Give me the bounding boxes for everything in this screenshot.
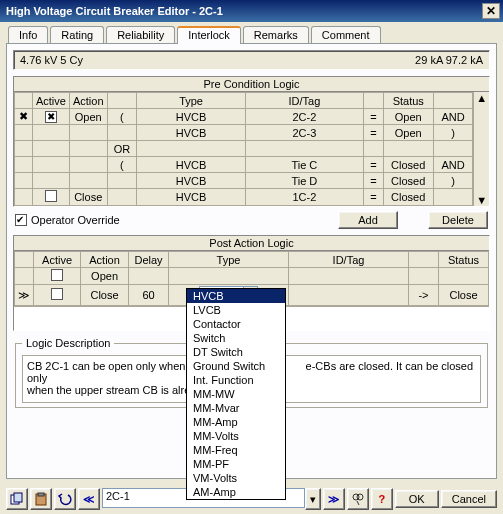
pre-grid-scrollbar[interactable]: ▲▼ <box>473 92 489 206</box>
undo-icon[interactable] <box>54 488 76 510</box>
operator-override-checkbox[interactable]: ✔ Operator Override <box>15 214 120 226</box>
table-row[interactable]: CloseHVCB1C-2=Closed <box>15 189 473 206</box>
dropdown-option[interactable]: HVCB <box>187 289 285 303</box>
pre-logic-header: Pre Condition Logic <box>14 77 489 92</box>
dropdown-option[interactable]: VM-Volts <box>187 471 285 485</box>
svg-rect-1 <box>14 493 22 502</box>
help-icon[interactable]: ? <box>371 488 393 510</box>
dropdown-option[interactable]: MM-PF <box>187 457 285 471</box>
tab-info[interactable]: Info <box>8 26 48 44</box>
delete-button[interactable]: Delete <box>428 211 488 229</box>
operator-override-label: Operator Override <box>31 214 120 226</box>
table-row[interactable]: HVCBTie D=Closed) <box>15 173 473 189</box>
dropdown-option[interactable]: MM-MW <box>187 387 285 401</box>
table-row[interactable]: OR <box>15 141 473 157</box>
tab-interlock[interactable]: Interlock <box>177 26 241 44</box>
table-row[interactable]: HVCB2C-3=Open) <box>15 125 473 141</box>
dropdown-option[interactable]: MM-Volts <box>187 429 285 443</box>
svg-point-5 <box>357 494 363 500</box>
svg-rect-3 <box>38 493 44 496</box>
dropdown-option[interactable]: Switch <box>187 331 285 345</box>
rating-right: 29 kA 97.2 kA <box>415 54 483 66</box>
tab-reliability[interactable]: Reliability <box>106 26 175 44</box>
rating-bar: 4.76 kV 5 Cy 29 kA 97.2 kA <box>13 50 490 70</box>
dropdown-option[interactable]: MM-Amp <box>187 415 285 429</box>
svg-line-6 <box>357 501 359 505</box>
rating-left: 4.76 kV 5 Cy <box>20 54 83 66</box>
tab-remarks[interactable]: Remarks <box>243 26 309 44</box>
dropdown-option[interactable]: DT Switch <box>187 345 285 359</box>
dropdown-option[interactable]: Int. Function <box>187 373 285 387</box>
cancel-button[interactable]: Cancel <box>441 490 497 508</box>
nav-next-icon[interactable]: ≫ <box>323 488 345 510</box>
add-button[interactable]: Add <box>338 211 398 229</box>
type-dropdown[interactable]: HVCBLVCBContactorSwitchDT SwitchGround S… <box>186 288 286 500</box>
dropdown-option[interactable]: LVCB <box>187 303 285 317</box>
window-close-button[interactable]: ✕ <box>482 3 500 19</box>
window-title: High Voltage Circuit Breaker Editor - 2C… <box>6 5 482 17</box>
find-icon[interactable] <box>347 488 369 510</box>
dropdown-option[interactable]: AM-Amp <box>187 485 285 499</box>
dropdown-option[interactable]: MM-Mvar <box>187 401 285 415</box>
tab-comment[interactable]: Comment <box>311 26 381 44</box>
tab-strip: Info Rating Reliability Interlock Remark… <box>0 22 503 44</box>
dropdown-option[interactable]: Contactor <box>187 317 285 331</box>
nav-combo-dropdown[interactable]: ▾ <box>305 488 321 510</box>
post-logic-header: Post Action Logic <box>14 236 489 251</box>
dropdown-option[interactable]: MM-Freq <box>187 443 285 457</box>
ok-button[interactable]: OK <box>395 490 439 508</box>
dropdown-option[interactable]: Ground Switch <box>187 359 285 373</box>
table-row[interactable]: ✖✖Open(HVCB2C-2=OpenAND <box>15 109 473 125</box>
logic-description-title: Logic Description <box>22 337 114 349</box>
nav-first-icon[interactable]: ≪ <box>78 488 100 510</box>
tab-rating[interactable]: Rating <box>50 26 104 44</box>
copy-icon[interactable] <box>6 488 28 510</box>
pre-logic-grid[interactable]: Active Action Type ID/Tag Status ✖✖Open(… <box>14 92 473 206</box>
table-row[interactable]: (HVCBTie C=ClosedAND <box>15 157 473 173</box>
paste-icon[interactable] <box>30 488 52 510</box>
table-row[interactable]: Open <box>15 268 489 285</box>
